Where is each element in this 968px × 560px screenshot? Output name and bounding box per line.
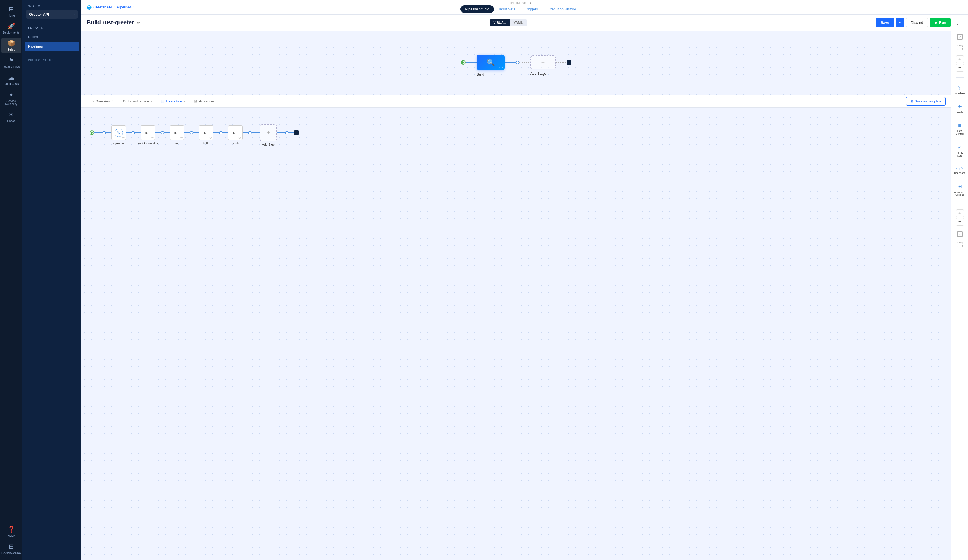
save-dropdown-button[interactable]: ▾: [896, 18, 904, 27]
exec-line-2b: [164, 133, 170, 133]
chevron-down-icon: ⌄: [73, 59, 76, 62]
tab-triggers[interactable]: Triggers: [520, 5, 542, 13]
help-icon: ❓: [8, 526, 15, 533]
test-tag: </>: [180, 137, 183, 139]
more-button[interactable]: ⋮: [953, 18, 962, 27]
tab-execution-history[interactable]: Execution History: [543, 5, 580, 13]
zoom-out-button-2[interactable]: −: [956, 218, 964, 226]
build-stage-icon: 🔍: [487, 58, 495, 66]
add-step-node[interactable]: + Add Step: [260, 124, 277, 141]
sidebar-item-deployments[interactable]: 🚀 Deployments: [2, 20, 21, 36]
sidebar-item-help-label: HELP: [8, 534, 15, 537]
sidebar-item-help[interactable]: ❓ HELP: [2, 524, 21, 540]
tab-advanced[interactable]: ⊡ Advanced: [189, 96, 220, 107]
variables-panel-item[interactable]: ∑ Variables: [953, 83, 967, 96]
exec-start-node: [90, 131, 94, 135]
app: ⊞ Home 🚀 Deployments 📦 Builds ⚑ Feature …: [0, 0, 968, 560]
sidebar-item-service-reliability[interactable]: ♦ Service Reliability: [2, 89, 21, 108]
exec-dot-4: [219, 131, 222, 134]
pipeline-start-node: [461, 60, 466, 65]
zoom-controls: + −: [956, 55, 964, 72]
view-toggle-visual[interactable]: VISUAL: [490, 19, 510, 26]
save-button[interactable]: Save: [876, 18, 893, 27]
expand-control-2[interactable]: ⤢: [957, 231, 963, 237]
step-test[interactable]: ▶_ </> test: [170, 126, 184, 140]
build-stage-tag: </>: [499, 66, 503, 69]
project-setup-label: PROJECT SETUP: [28, 59, 53, 62]
zoom-in-button[interactable]: +: [956, 55, 964, 63]
topbar: 🌐 Greeter API › Pipelines › PIPELINE STU…: [81, 0, 968, 15]
tab-execution[interactable]: ▤ Execution ›: [156, 96, 189, 107]
zoom-out-button[interactable]: −: [956, 64, 964, 72]
save-template-button[interactable]: ⊞ Save as Template: [906, 97, 946, 106]
dashed-box-icon: [957, 45, 963, 50]
topbar-tabs: Pipeline Studio Input Sets Triggers Exec…: [461, 5, 580, 13]
notify-panel-item[interactable]: ✈ Notify: [953, 102, 967, 115]
expand-control[interactable]: ⤢: [957, 34, 963, 40]
sidebar-item-cloud-costs[interactable]: ☁ Cloud Costs: [2, 72, 21, 88]
wait-for-service-label: wait for service: [138, 142, 158, 145]
tab-infrastructure[interactable]: ⚙ Infrastructure ›: [118, 96, 157, 107]
sidebar-item-feature-flags[interactable]: ⚑ Feature Flags: [2, 55, 21, 71]
view-toggle-yaml[interactable]: YAML: [510, 19, 527, 26]
nav-item-builds[interactable]: Builds: [22, 33, 81, 42]
exec-line-5b: [252, 133, 260, 133]
project-selector[interactable]: Greeter API ›: [26, 10, 78, 19]
dashed-box-icon-2: [957, 242, 963, 247]
tab-input-sets[interactable]: Input Sets: [494, 5, 520, 13]
build-stage[interactable]: 🔍 </> Build: [477, 55, 505, 70]
sidebar-item-builds[interactable]: 📦 Builds: [2, 38, 21, 53]
zoom-in-button-2[interactable]: +: [956, 209, 964, 217]
sidebar-item-dashboards[interactable]: ⊟ DASHBOARDS: [2, 541, 21, 557]
discard-button[interactable]: Discard: [906, 18, 928, 27]
nav-item-overview[interactable]: Overview: [22, 23, 81, 33]
main-content: 🌐 Greeter API › Pipelines › PIPELINE STU…: [81, 0, 968, 560]
overview-tab-icon: ○: [91, 99, 94, 103]
tab-overview[interactable]: ○ Overview ›: [87, 96, 118, 107]
advanced-tab-icon: ⊡: [194, 99, 197, 103]
exec-line-6: [277, 133, 285, 133]
sidebar-item-home[interactable]: ⊞ Home: [2, 3, 21, 19]
zoom-controls-2: + −: [956, 209, 964, 226]
exec-dot-3: [190, 131, 193, 134]
sidebar-item-cloud-costs-label: Cloud Costs: [3, 82, 19, 85]
sidebar-item-chaos[interactable]: ✶ Chaos: [2, 109, 21, 125]
notify-label: Notify: [956, 111, 963, 114]
step-push[interactable]: ▶_ </> push: [228, 126, 242, 140]
start-arrow-icon: [462, 61, 464, 64]
exec-dot-2: [161, 131, 164, 134]
nav-panel: Project Greeter API › Overview Builds Pi…: [22, 0, 81, 560]
pipeline-title-text: Build rust-greeter: [87, 19, 134, 26]
advanced-options-panel-item[interactable]: ⊞ Advanced Options: [953, 182, 967, 198]
run-label: Run: [939, 20, 946, 25]
codebase-panel-item[interactable]: </> Codebase: [953, 164, 967, 176]
step-build[interactable]: ▶_ </> build: [199, 126, 214, 140]
build-step-icon: ▶_: [204, 131, 209, 135]
flow-control-panel-item[interactable]: ≡ Flow Control: [953, 121, 967, 137]
tab-infrastructure-chevron: ›: [151, 99, 152, 103]
sidebar-item-dashboards-label: DASHBOARDS: [2, 551, 21, 554]
project-setup-section[interactable]: PROJECT SETUP ⌄: [22, 58, 81, 63]
step-wait-for-service[interactable]: ▶_ </> wait for service: [141, 126, 155, 140]
breadcrumb-section[interactable]: Pipelines: [117, 5, 132, 9]
test-label: test: [174, 142, 179, 145]
pipeline-header: Build rust-greeter ✏ VISUAL YAML Save ▾ …: [81, 15, 968, 31]
save-template-label: Save as Template: [915, 99, 941, 103]
edit-icon[interactable]: ✏: [137, 20, 140, 25]
wait-for-service-icon: ▶_: [146, 131, 151, 135]
sidebar-item-feature-flags-label: Feature Flags: [3, 65, 20, 68]
home-icon: ⊞: [9, 6, 14, 13]
sidebar: ⊞ Home 🚀 Deployments 📦 Builds ⚑ Feature …: [0, 0, 22, 560]
project-name: Greeter API: [29, 12, 49, 17]
bottom-tabs: ○ Overview › ⚙ Infrastructure › ▤ Execut…: [81, 95, 951, 108]
nav-item-pipelines[interactable]: Pipelines: [25, 42, 79, 51]
add-stage-icon: +: [541, 59, 545, 66]
dashboards-icon: ⊟: [9, 543, 14, 550]
policy-sets-panel-item[interactable]: ✓ Policy Sets: [953, 142, 967, 159]
step-rgreeter[interactable]: ↻ </> rgreeter: [111, 126, 126, 140]
breadcrumb-project[interactable]: Greeter API: [93, 5, 112, 9]
tab-pipeline-studio[interactable]: Pipeline Studio: [461, 5, 494, 13]
run-icon: ▶: [935, 20, 938, 25]
add-stage-node[interactable]: + Add Stage: [530, 55, 556, 70]
run-button[interactable]: ▶ Run: [930, 18, 951, 27]
